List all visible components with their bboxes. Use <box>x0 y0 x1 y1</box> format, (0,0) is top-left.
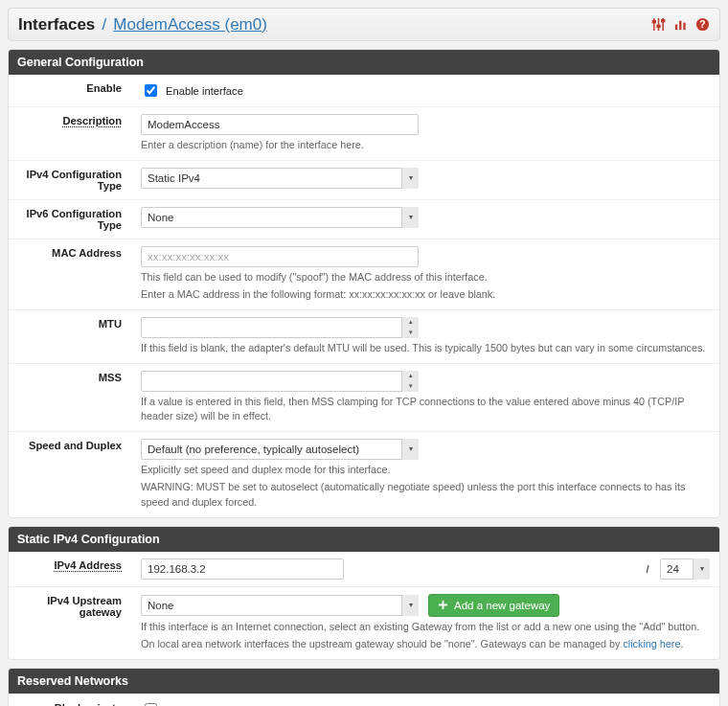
panel-general: General Configuration Enable Enable inte… <box>8 49 720 518</box>
label-mss: MSS <box>9 364 131 431</box>
speed-select[interactable]: Default (no preference, typically autose… <box>141 439 419 460</box>
mtu-help: If this field is blank, the adapter's de… <box>141 341 710 356</box>
breadcrumb-root: Interfaces <box>18 15 95 34</box>
svg-rect-3 <box>652 20 655 22</box>
ipv4-address-input[interactable] <box>141 558 344 580</box>
svg-rect-8 <box>683 22 685 30</box>
panel-reserved-title: Reserved Networks <box>9 669 719 694</box>
cidr-slash: / <box>641 563 654 575</box>
ipv6type-select[interactable]: None <box>141 207 419 228</box>
gateway-help2: On local area network interfaces the ups… <box>141 637 710 652</box>
add-gateway-button[interactable]: Add a new gateway <box>428 594 559 617</box>
description-input[interactable] <box>141 114 419 135</box>
label-ipv6type: IPv6 Configuration Type <box>9 200 131 239</box>
label-ipv4type: IPv4 Configuration Type <box>9 161 131 199</box>
add-gateway-label: Add a new gateway <box>454 600 550 611</box>
speed-help1: Explicitly set speed and duplex mode for… <box>141 463 710 478</box>
svg-rect-4 <box>657 25 660 27</box>
mss-help: If a value is entered in this field, the… <box>141 395 710 424</box>
svg-text:?: ? <box>699 19 705 30</box>
mac-help1: This field can be used to modify ("spoof… <box>141 270 710 285</box>
label-mac: MAC Address <box>9 239 131 309</box>
mtu-input[interactable] <box>141 317 419 338</box>
label-ipv4-address: IPv4 Address <box>55 559 122 571</box>
label-description: Description <box>62 115 122 126</box>
mss-input[interactable] <box>141 371 419 392</box>
label-mtu: MTU <box>9 310 131 363</box>
panel-static-ipv4: Static IPv4 Configuration IPv4 Address /… <box>8 526 720 660</box>
ipv4type-select[interactable]: Static IPv4 <box>141 168 419 189</box>
label-enable: Enable <box>9 75 131 106</box>
gateways-link[interactable]: clicking here <box>623 638 680 649</box>
gateway-select[interactable]: None <box>141 595 419 616</box>
gateway-help1: If this interface is an Internet connect… <box>141 620 710 635</box>
enable-checkbox-row[interactable]: Enable interface <box>141 81 710 100</box>
label-block-private: Block private networks and loopback addr… <box>9 694 131 706</box>
panel-general-title: General Configuration <box>9 50 719 75</box>
label-upstream-gw: IPv4 Upstream gateway <box>9 587 131 659</box>
mac-input[interactable] <box>141 246 419 267</box>
label-speed: Speed and Duplex <box>9 432 131 517</box>
panel-reserved: Reserved Networks Block private networks… <box>8 668 720 706</box>
panel-static-ipv4-title: Static IPv4 Configuration <box>9 527 719 552</box>
breadcrumb-leaf[interactable]: ModemAccess (em0) <box>113 15 267 34</box>
breadcrumb-sep: / <box>98 15 110 34</box>
description-help: Enter a description (name) for the inter… <box>141 138 710 153</box>
chart-icon[interactable] <box>673 17 688 34</box>
svg-rect-7 <box>679 20 681 29</box>
sliders-icon[interactable] <box>651 17 666 34</box>
help-icon[interactable]: ? <box>695 17 710 34</box>
cidr-select[interactable]: 24 <box>660 558 710 580</box>
mac-help2: Enter a MAC address in the following for… <box>141 287 710 303</box>
enable-checkbox-label: Enable interface <box>166 85 243 97</box>
page-header: Interfaces / ModemAccess (em0) ? <box>8 8 720 41</box>
speed-help2: WARNING: MUST be set to autoselect (auto… <box>141 480 710 510</box>
svg-rect-12 <box>439 604 447 606</box>
breadcrumb: Interfaces / ModemAccess (em0) <box>18 15 267 34</box>
plus-icon <box>438 600 448 610</box>
enable-checkbox[interactable] <box>145 84 157 97</box>
svg-rect-6 <box>675 24 677 30</box>
svg-rect-5 <box>662 19 665 21</box>
